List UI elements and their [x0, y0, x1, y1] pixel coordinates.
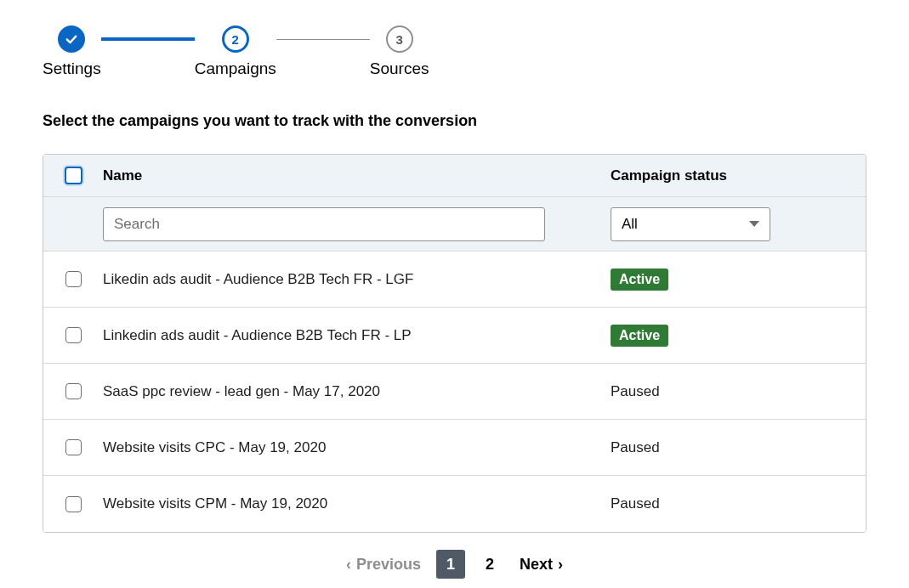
status-text: Paused: [611, 495, 660, 512]
pagination: ‹ Previous 12 Next ›: [43, 550, 866, 579]
caret-down-icon: [749, 221, 759, 227]
pagination-previous[interactable]: ‹ Previous: [346, 556, 421, 574]
status-text: Paused: [611, 383, 660, 399]
step-connector-2: [276, 39, 370, 40]
pagination-page[interactable]: 1: [436, 550, 465, 579]
step-campaigns-circle: 2: [222, 25, 249, 53]
chevron-right-icon: ›: [558, 556, 563, 574]
row-name: Website visits CPC - May 19, 2020: [103, 439, 611, 456]
row-name: Linkedin ads audit - Audience B2B Tech F…: [103, 327, 611, 344]
table-row: Website visits CPM - May 19, 2020Paused: [43, 476, 866, 532]
step-sources-circle: 3: [386, 25, 413, 53]
status-badge: Active: [611, 269, 668, 291]
pagination-previous-label: Previous: [356, 556, 421, 574]
campaigns-table: Name Campaign status All Likedin ads aud…: [43, 154, 866, 533]
row-checkbox[interactable]: [65, 383, 82, 399]
step-campaigns-label: Campaigns: [195, 59, 276, 78]
chevron-left-icon: ‹: [346, 556, 351, 574]
row-name: SaaS ppc review - lead gen - May 17, 202…: [103, 383, 611, 400]
step-connector-1: [101, 37, 195, 41]
step-settings[interactable]: Settings: [43, 25, 101, 78]
column-header-name[interactable]: Name: [103, 167, 611, 184]
search-input[interactable]: [103, 207, 545, 241]
table-row: Linkedin ads audit - Audience B2B Tech F…: [43, 308, 866, 364]
table-filter-row: All: [43, 197, 866, 252]
step-sources-label: Sources: [370, 59, 429, 78]
stepper: Settings 2 Campaigns 3 Sources: [43, 25, 866, 78]
row-checkbox[interactable]: [65, 327, 82, 343]
table-row: Website visits CPC - May 19, 2020Paused: [43, 420, 866, 476]
status-badge: Active: [611, 325, 668, 347]
table-row: SaaS ppc review - lead gen - May 17, 202…: [43, 364, 866, 420]
row-checkbox[interactable]: [65, 271, 82, 287]
check-icon: [64, 31, 79, 47]
step-campaigns[interactable]: 2 Campaigns: [195, 25, 276, 78]
status-filter-select[interactable]: All: [611, 207, 770, 241]
status-filter-value: All: [622, 216, 638, 233]
pagination-page[interactable]: 2: [475, 550, 504, 579]
table-row: Likedin ads audit - Audience B2B Tech FR…: [43, 252, 866, 308]
row-checkbox[interactable]: [65, 439, 82, 455]
status-text: Paused: [611, 439, 660, 455]
select-all-checkbox[interactable]: [65, 167, 82, 184]
table-header-row: Name Campaign status: [43, 155, 866, 197]
row-name: Likedin ads audit - Audience B2B Tech FR…: [103, 271, 611, 288]
step-sources[interactable]: 3 Sources: [370, 25, 429, 78]
pagination-next-label: Next: [520, 556, 553, 574]
column-header-status[interactable]: Campaign status: [611, 167, 866, 184]
row-checkbox[interactable]: [65, 496, 82, 512]
pagination-next[interactable]: Next ›: [520, 556, 563, 574]
step-settings-circle: [58, 25, 85, 53]
step-settings-label: Settings: [43, 59, 101, 78]
row-name: Website visits CPM - May 19, 2020: [103, 495, 611, 512]
instruction-text: Select the campaigns you want to track w…: [43, 112, 866, 130]
